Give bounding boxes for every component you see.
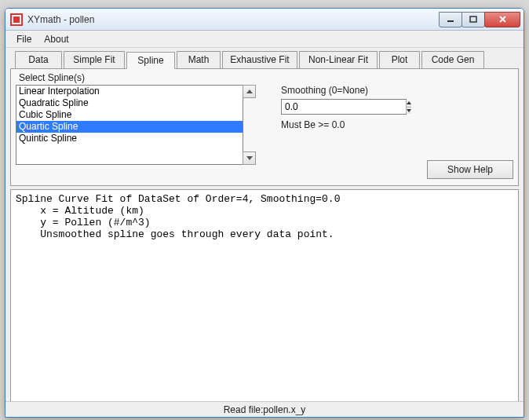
svg-rect-2 — [13, 16, 20, 23]
window-controls — [440, 12, 520, 27]
status-text: Read file:pollen.x_y — [224, 404, 306, 415]
menu-about[interactable]: About — [38, 32, 75, 46]
tab-data[interactable]: Data — [15, 51, 62, 68]
maximize-button[interactable] — [462, 12, 485, 27]
smoothing-label: Smoothing (0=None) — [281, 85, 407, 96]
spinner-down-button[interactable] — [407, 108, 411, 115]
statusbar: Read file:pollen.x_y — [5, 401, 524, 417]
smoothing-pane: Smoothing (0=None) Must Be >= 0.0 — [281, 85, 407, 165]
chevron-up-icon — [246, 89, 253, 93]
window-title: XYmath - pollen — [27, 14, 440, 25]
smoothing-input[interactable] — [282, 100, 406, 114]
tab-exhaustive-fit[interactable]: Exhaustive Fit — [222, 51, 297, 68]
spline-listbox[interactable]: Linear Interpolation Quadratic Spline Cu… — [16, 85, 243, 165]
app-icon — [10, 13, 23, 26]
svg-rect-3 — [447, 20, 454, 22]
menu-file[interactable]: File — [10, 32, 38, 46]
menubar: File About — [5, 31, 524, 48]
list-item[interactable]: Quadratic Spline — [16, 97, 243, 109]
smoothing-hint: Must Be >= 0.0 — [281, 119, 407, 130]
close-button[interactable] — [484, 12, 520, 27]
tab-math[interactable]: Math — [177, 51, 221, 68]
chevron-down-icon — [407, 109, 411, 112]
titlebar[interactable]: XYmath - pollen — [5, 9, 524, 31]
scroll-down-button[interactable] — [243, 152, 256, 165]
tab-spline[interactable]: Spline — [126, 52, 175, 69]
output-text: Spline Curve Fit of DataSet of Order=4, … — [10, 189, 519, 407]
list-item[interactable]: Linear Interpolation — [16, 86, 243, 97]
list-item[interactable]: Quintic Spline — [16, 133, 243, 144]
maximize-icon — [469, 16, 477, 24]
close-icon — [498, 15, 507, 24]
scroll-up-button[interactable] — [243, 85, 256, 98]
spline-panel: Select Spline(s) Linear Interpolation Qu… — [10, 68, 519, 186]
minimize-button[interactable] — [439, 12, 462, 27]
scroll-track[interactable] — [243, 98, 256, 152]
tab-nonlinear-fit[interactable]: Non-Linear Fit — [299, 51, 378, 68]
chevron-up-icon — [407, 101, 411, 104]
list-item[interactable]: Quartic Spline — [16, 121, 243, 133]
svg-rect-4 — [470, 16, 476, 22]
tabs-strip: Data Simple Fit Spline Math Exhaustive F… — [15, 51, 519, 68]
tab-code-gen[interactable]: Code Gen — [421, 51, 484, 68]
app-window: XYmath - pollen File About Data Simple F… — [5, 8, 524, 418]
list-item[interactable]: Cubic Spline — [16, 109, 243, 121]
minimize-icon — [447, 16, 454, 24]
tab-plot[interactable]: Plot — [379, 51, 420, 68]
spline-listbox-wrap: Linear Interpolation Quadratic Spline Cu… — [16, 85, 256, 165]
chevron-down-icon — [246, 156, 253, 160]
tab-simple-fit[interactable]: Simple Fit — [64, 51, 125, 68]
listbox-scrollbar[interactable] — [243, 85, 256, 165]
content-area: Data Simple Fit Spline Math Exhaustive F… — [5, 48, 524, 186]
show-help-button[interactable]: Show Help — [427, 160, 513, 179]
spline-list-label: Select Spline(s) — [19, 72, 513, 83]
spinner-up-button[interactable] — [407, 100, 411, 108]
smoothing-spinner — [281, 99, 407, 115]
